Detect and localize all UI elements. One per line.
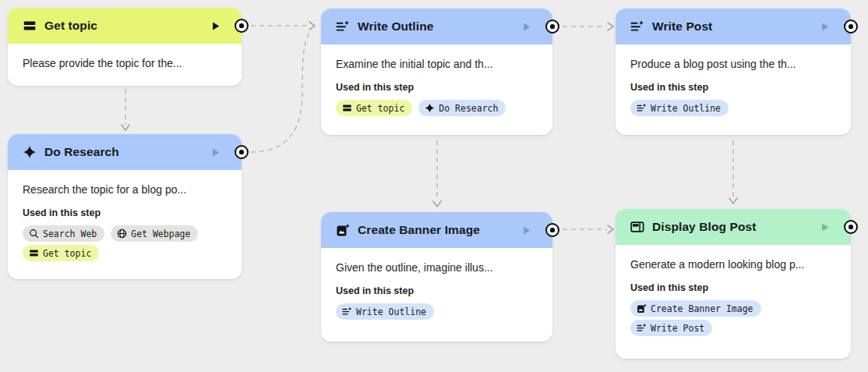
reference-chip[interactable]: Write Outline: [630, 100, 729, 116]
output-port[interactable]: [545, 223, 559, 237]
reference-chip[interactable]: Get Webpage: [111, 225, 198, 242]
node-body: Generate a modern looking blog p...Used …: [616, 245, 851, 336]
edge-arrowhead: [309, 22, 315, 30]
node-body: Please provide the topic for the...: [8, 44, 242, 71]
node-card-create-banner-image[interactable]: Create Banner ImageGiven the outline, im…: [321, 212, 552, 342]
image-gen-icon: [336, 223, 350, 237]
chip-label: Create Banner Image: [651, 303, 753, 314]
node-title: Create Banner Image: [358, 223, 480, 237]
run-step-button[interactable]: [522, 225, 532, 236]
reference-chip[interactable]: Get topic: [23, 245, 99, 261]
output-port[interactable]: [545, 19, 559, 34]
reference-chip[interactable]: Do Research: [418, 100, 506, 116]
reference-chip[interactable]: Search Web: [23, 225, 104, 242]
reference-chip[interactable]: Write Post: [630, 320, 712, 336]
node-title: Display Blog Post: [652, 220, 756, 234]
run-step-button[interactable]: [820, 221, 831, 232]
used-in-step-label: Used in this step: [23, 207, 227, 218]
reference-chip[interactable]: Write Outline: [336, 303, 434, 320]
node-title: Write Post: [652, 19, 712, 34]
write-icon: [630, 19, 644, 34]
write-icon: [336, 19, 350, 34]
output-port[interactable]: [235, 19, 249, 33]
chip-label: Search Web: [43, 229, 97, 239]
workflow-canvas[interactable]: Get topicPlease provide the topic for th…: [0, 0, 868, 372]
input-text-icon: [23, 19, 37, 33]
edge-do-research-to-write-outline: [251, 30, 312, 152]
node-title: Get topic: [44, 19, 97, 33]
image-gen-icon: [637, 303, 647, 314]
chip-list: Search WebGet WebpageGet topic: [23, 225, 227, 261]
input-text-icon: [29, 248, 39, 258]
node-header[interactable]: Do Research: [8, 134, 242, 170]
node-description: Generate a modern looking blog p...: [630, 257, 836, 272]
write-icon: [342, 306, 352, 317]
chip-list: Write Outline: [336, 303, 538, 320]
chip-label: Write Outline: [651, 103, 721, 114]
node-card-write-outline[interactable]: Write OutlineExamine the initial topic a…: [321, 9, 552, 135]
chip-label: Get topic: [356, 103, 404, 114]
output-port[interactable]: [235, 145, 249, 159]
node-header[interactable]: Create Banner Image: [321, 212, 552, 248]
layout-icon: [630, 220, 644, 234]
node-body: Given the outline, imagine illus...Used …: [321, 248, 552, 320]
chip-label: Write Outline: [356, 306, 426, 317]
node-body: Research the topic for a blog po...Used …: [8, 170, 242, 261]
edge-arrowhead: [608, 23, 613, 30]
node-description: Research the topic for a blog po...: [23, 182, 227, 197]
write-icon: [637, 323, 647, 333]
node-title: Write Outline: [358, 19, 433, 34]
reference-chip[interactable]: Create Banner Image: [630, 300, 761, 317]
node-description: Examine the initial topic and th...: [336, 56, 538, 72]
chip-label: Do Research: [439, 103, 498, 114]
chip-label: Write Post: [651, 323, 704, 334]
used-in-step-label: Used in this step: [630, 82, 836, 93]
node-header[interactable]: Display Blog Post: [616, 209, 851, 245]
run-step-button[interactable]: [211, 20, 221, 31]
node-header[interactable]: Write Outline: [321, 9, 552, 44]
globe-icon: [117, 229, 127, 239]
chip-label: Get Webpage: [131, 229, 190, 239]
sparkle-icon: [23, 145, 37, 159]
edge-arrowhead: [433, 201, 441, 207]
node-card-do-research[interactable]: Do ResearchResearch the topic for a blog…: [8, 134, 242, 279]
run-step-button[interactable]: [211, 147, 221, 158]
node-header[interactable]: Get topic: [8, 8, 242, 44]
node-card-write-post[interactable]: Write PostProduce a blog post using the …: [616, 9, 851, 135]
node-description: Produce a blog post using the th...: [630, 56, 836, 72]
node-description: Given the outline, imagine illus...: [336, 260, 538, 275]
run-step-button[interactable]: [820, 21, 831, 32]
output-port[interactable]: [844, 220, 858, 234]
node-description: Please provide the topic for the...: [23, 55, 227, 71]
chip-list: Create Banner ImageWrite Post: [630, 300, 836, 336]
edge-arrowhead: [729, 198, 737, 204]
node-body: Examine the initial topic and th...Used …: [321, 44, 552, 116]
write-icon: [637, 103, 647, 113]
input-text-icon: [342, 103, 352, 113]
chip-list: Get topicDo Research: [336, 100, 538, 116]
node-body: Produce a blog post using the th...Used …: [616, 44, 851, 116]
chip-label: Get topic: [43, 248, 91, 259]
node-card-display-blog-post[interactable]: Display Blog PostGenerate a modern looki…: [616, 209, 851, 359]
used-in-step-label: Used in this step: [336, 285, 538, 296]
search-icon: [29, 229, 39, 239]
edge-arrowhead: [122, 125, 129, 130]
node-header[interactable]: Write Post: [616, 9, 851, 44]
used-in-step-label: Used in this step: [630, 282, 836, 293]
edge-arrowhead: [608, 225, 613, 233]
run-step-button[interactable]: [522, 21, 532, 32]
node-title: Do Research: [44, 145, 119, 159]
used-in-step-label: Used in this step: [336, 82, 538, 93]
reference-chip[interactable]: Get topic: [336, 100, 412, 116]
output-port[interactable]: [844, 19, 858, 34]
node-card-get-topic[interactable]: Get topicPlease provide the topic for th…: [8, 8, 242, 86]
chip-list: Write Outline: [630, 100, 836, 116]
sparkle-icon: [425, 103, 435, 113]
